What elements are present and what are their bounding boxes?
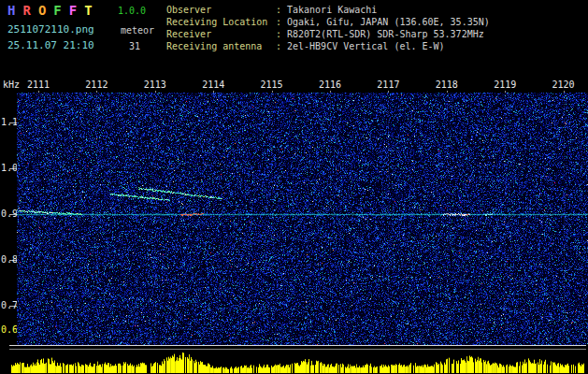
- time-tick-label: 2118: [435, 79, 459, 90]
- station-info: Observer:Takanori Kawachi Receiving Loca…: [166, 4, 490, 52]
- hrofft-output: HROFFT 1.0.0 2511072110.png meteor 25.11…: [0, 0, 588, 374]
- logo-letter: O: [38, 3, 46, 18]
- time-tick-label: 2115: [260, 79, 284, 90]
- info-row-location: Receiving Location:Ogaki, Gifu, JAPAN (1…: [166, 16, 490, 28]
- output-filename: 2511072110.png: [7, 23, 94, 36]
- freq-axis: 1.11.00.90.80.70.6: [0, 0, 17, 374]
- info-label: Receiver: [166, 28, 276, 40]
- freq-tick: [9, 122, 17, 123]
- time-tick-label: 2116: [318, 79, 342, 90]
- info-value: Ogaki, Gifu, JAPAN (136.60E, 35.35N): [287, 17, 490, 27]
- spectrogram-canvas: [17, 93, 588, 345]
- logo-letter: F: [53, 3, 61, 18]
- info-row-receiver: Receiver:R820T2(RTL-SDR) SDR-Sharp 53.37…: [166, 28, 490, 40]
- time-tick-label: 2120: [552, 79, 576, 90]
- info-row-observer: Observer:Takanori Kawachi: [166, 4, 490, 16]
- mode-label: meteor: [121, 25, 154, 36]
- app-logo: HROFFT: [7, 3, 100, 18]
- info-row-antenna: Receiving antenna:2el-HB9CV Vertical (el…: [166, 40, 490, 52]
- info-label: Receiving antenna: [166, 40, 276, 52]
- echo-count: 31: [129, 41, 140, 51]
- freq-tick-label: 0.6: [1, 324, 18, 335]
- logo-letter: T: [84, 3, 92, 18]
- time-axis: 2111211221132114211521162117211821192120: [0, 79, 588, 93]
- freq-tick: [9, 214, 17, 215]
- info-label: Observer: [166, 4, 276, 16]
- freq-tick: [9, 260, 17, 261]
- info-colon: :: [276, 16, 283, 28]
- time-tick-label: 2117: [376, 79, 400, 90]
- time-tick-label: 2119: [493, 79, 517, 90]
- time-tick-label: 2111: [26, 79, 50, 90]
- info-value: Takanori Kawachi: [287, 5, 377, 15]
- time-tick-label: 2113: [143, 79, 167, 90]
- timestamp: 25.11.07 21:10: [7, 39, 94, 51]
- freq-tick: [9, 306, 17, 307]
- info-value: 2el-HB9CV Vertical (el. E-W): [287, 41, 445, 51]
- freq-tick: [9, 168, 17, 169]
- info-colon: :: [276, 28, 283, 40]
- info-colon: :: [276, 40, 283, 52]
- logo-letter: R: [22, 3, 30, 18]
- time-tick-label: 2112: [84, 79, 108, 90]
- header: HROFFT 1.0.0 2511072110.png meteor 25.11…: [0, 0, 588, 79]
- info-value: R820T2(RTL-SDR) SDR-Sharp 53.372MHz: [287, 29, 484, 39]
- signal-level-canvas: [9, 345, 586, 373]
- time-tick-label: 2114: [201, 79, 225, 90]
- info-colon: :: [276, 4, 283, 16]
- info-label: Receiving Location: [166, 16, 276, 28]
- logo-letter: F: [69, 3, 77, 18]
- app-version: 1.0.0: [118, 6, 146, 16]
